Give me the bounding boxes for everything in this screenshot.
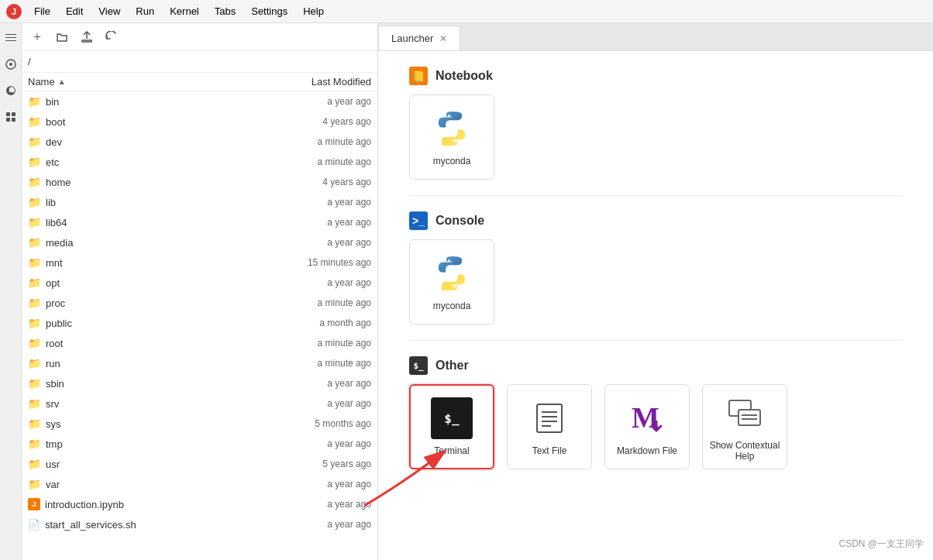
file-item-name: 📁 lib64 xyxy=(28,216,270,228)
file-modified-label: a year ago xyxy=(270,398,371,409)
notebook-section-label: Notebook xyxy=(436,69,493,83)
svg-rect-4 xyxy=(6,118,10,122)
textfile-card-label: Text File xyxy=(532,445,567,456)
sidebar-palette-icon[interactable] xyxy=(2,82,19,99)
svg-rect-6 xyxy=(537,404,562,432)
new-folder-button[interactable] xyxy=(53,28,71,46)
app-logo: J xyxy=(6,4,22,19)
svg-point-1 xyxy=(9,63,12,66)
console-section-icon: >_ xyxy=(409,211,428,230)
list-item[interactable]: 📁 media a year ago xyxy=(22,232,377,253)
menu-settings[interactable]: Settings xyxy=(245,4,294,19)
sidebar-files-icon[interactable] xyxy=(2,29,19,46)
list-item[interactable]: 📁 public a month ago xyxy=(22,313,377,333)
sort-icon: ▲ xyxy=(58,77,66,86)
textfile-card[interactable]: Text File xyxy=(507,384,592,469)
notebook-cards: myconda xyxy=(409,94,902,180)
folder-icon: 📁 xyxy=(28,136,41,148)
list-item[interactable]: 📁 dev a minute ago xyxy=(22,132,377,152)
list-item[interactable]: 📁 opt a year ago xyxy=(22,273,377,293)
svg-rect-2 xyxy=(6,112,10,116)
refresh-button[interactable] xyxy=(102,28,121,46)
list-item[interactable]: 📁 tmp a year ago xyxy=(22,434,377,454)
menu-file[interactable]: File xyxy=(28,4,57,19)
folder-icon: 📁 xyxy=(28,438,41,450)
launcher-tab-label: Launcher xyxy=(391,33,433,44)
list-item[interactable]: 📁 lib a year ago xyxy=(22,192,377,212)
file-panel: ＋ xyxy=(22,23,378,560)
file-item-name: 📁 usr xyxy=(28,458,270,470)
list-item[interactable]: 📄 start_all_services.sh a year ago xyxy=(22,514,377,534)
tab-close-icon[interactable]: ✕ xyxy=(439,33,447,44)
file-name-label: lib xyxy=(46,197,56,208)
file-modified-label: a year ago xyxy=(270,519,371,530)
list-item[interactable]: 📁 bin a year ago xyxy=(22,91,377,112)
folder-icon: 📁 xyxy=(28,377,41,390)
file-name-label: media xyxy=(46,237,73,249)
terminal-card[interactable]: $_ Terminal xyxy=(409,384,494,469)
list-item[interactable]: 📁 run a minute ago xyxy=(22,353,377,373)
list-item[interactable]: 📁 root a minute ago xyxy=(22,333,377,353)
list-item[interactable]: 📁 srv a year ago xyxy=(22,393,377,414)
svg-rect-5 xyxy=(12,118,15,122)
file-modified-label: a year ago xyxy=(270,237,371,248)
launcher-tab[interactable]: Launcher ✕ xyxy=(378,26,460,50)
file-list-header: Name ▲ Last Modified xyxy=(22,73,377,91)
menu-view[interactable]: View xyxy=(92,4,126,19)
sidebar-extensions-icon[interactable] xyxy=(2,108,19,125)
notebook-section-title: 📒 Notebook xyxy=(409,67,902,85)
file-item-name: 📁 proc xyxy=(28,297,270,309)
console-myconda-label: myconda xyxy=(433,301,471,311)
file-name-label: run xyxy=(46,358,60,369)
notebook-myconda-card[interactable]: myconda xyxy=(409,94,494,180)
svg-rect-13 xyxy=(738,410,760,425)
folder-icon: 📁 xyxy=(28,458,41,470)
list-item[interactable]: 📁 home 4 years ago xyxy=(22,172,377,192)
new-file-button[interactable]: ＋ xyxy=(28,28,46,46)
menu-bar: J File Edit View Run Kernel Tabs Setting… xyxy=(0,0,933,23)
file-name-label: sbin xyxy=(46,378,64,390)
list-item[interactable]: 📁 var a year ago xyxy=(22,474,377,494)
notebook-file-icon: J xyxy=(28,498,40,510)
list-item[interactable]: 📁 sys 5 months ago xyxy=(22,414,377,434)
file-item-name: 📁 tmp xyxy=(28,438,270,450)
file-name-label: bin xyxy=(46,96,59,108)
file-item-name: 📁 sbin xyxy=(28,377,270,390)
list-item[interactable]: 📁 proc a minute ago xyxy=(22,293,377,313)
file-icon: 📄 xyxy=(28,519,40,531)
list-item[interactable]: 📁 etc a minute ago xyxy=(22,152,377,172)
file-modified-label: a year ago xyxy=(270,499,371,510)
file-name-label: start_all_services.sh xyxy=(45,519,136,531)
menu-edit[interactable]: Edit xyxy=(60,4,89,19)
file-name-label: usr xyxy=(46,459,60,470)
content-area: Launcher ✕ 📒 Notebook xyxy=(378,23,933,560)
file-item-name: 📁 sys xyxy=(28,417,270,430)
console-section-title: >_ Console xyxy=(409,211,902,230)
list-item[interactable]: 📁 usr 5 years ago xyxy=(22,454,377,474)
menu-tabs[interactable]: Tabs xyxy=(208,4,242,19)
file-modified-label: 4 years ago xyxy=(270,116,371,127)
sidebar-running-icon[interactable] xyxy=(2,56,19,73)
notebook-console-divider xyxy=(409,195,902,196)
menu-run[interactable]: Run xyxy=(129,4,160,19)
svg-rect-3 xyxy=(12,112,15,116)
help-card[interactable]: Show Contextual Help xyxy=(702,384,787,469)
folder-icon: 📁 xyxy=(28,417,41,430)
list-item[interactable]: 📁 sbin a year ago xyxy=(22,373,377,393)
list-item[interactable]: 📁 lib64 a year ago xyxy=(22,212,377,232)
list-item[interactable]: 📁 mnt 15 minutes ago xyxy=(22,253,377,273)
folder-icon: 📁 xyxy=(28,156,41,168)
list-item[interactable]: 📁 boot 4 years ago xyxy=(22,112,377,132)
file-modified-label: a year ago xyxy=(270,96,371,107)
markdown-card[interactable]: M Markdown File xyxy=(604,384,690,469)
menu-kernel[interactable]: Kernel xyxy=(164,4,205,19)
other-section-label: Other xyxy=(436,359,469,373)
console-myconda-card[interactable]: myconda xyxy=(409,239,494,325)
file-name-label: var xyxy=(46,479,60,490)
file-name-label: home xyxy=(46,177,71,188)
upload-button[interactable] xyxy=(77,28,96,46)
file-modified-label: a year ago xyxy=(270,277,371,288)
list-item[interactable]: J introduction.ipynb a year ago xyxy=(22,494,377,514)
file-name-label: lib64 xyxy=(46,217,67,228)
menu-help[interactable]: Help xyxy=(297,4,330,19)
